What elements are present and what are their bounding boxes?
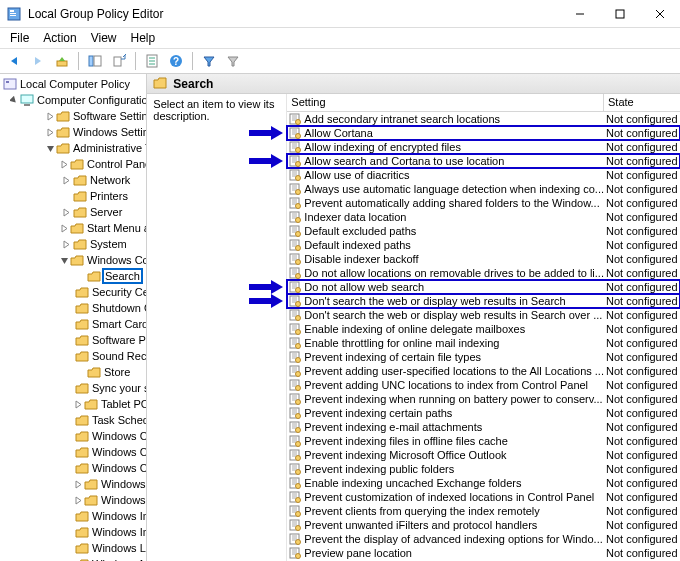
tree-node[interactable]: Software Protection Platform [0, 332, 146, 348]
tree-node[interactable]: Tablet PC [0, 396, 146, 412]
minimize-button[interactable] [560, 0, 600, 28]
help-button[interactable]: ? [166, 51, 186, 71]
setting-row[interactable]: Prevent indexing when running on battery… [287, 392, 680, 406]
tree-root[interactable]: Local Computer Policy [0, 76, 146, 92]
setting-row[interactable]: Default excluded pathsNot configured [287, 224, 680, 238]
tree-node[interactable]: Start Menu and Taskbar [0, 220, 146, 236]
expand-icon[interactable] [74, 478, 83, 490]
tree-node[interactable]: Software Settings [0, 108, 146, 124]
menu-help[interactable]: Help [125, 29, 162, 47]
setting-label: Enable throttling for online mail indexi… [304, 337, 499, 349]
setting-row[interactable]: Allow indexing of encrypted filesNot con… [287, 140, 680, 154]
tree-node[interactable]: System [0, 236, 146, 252]
list-header[interactable]: Setting State [287, 94, 680, 112]
setting-row[interactable]: Prevent indexing certain pathsNot config… [287, 406, 680, 420]
menu-file[interactable]: File [4, 29, 35, 47]
expand-icon[interactable] [46, 110, 55, 122]
tree-node[interactable]: Search [0, 268, 146, 284]
back-button[interactable] [4, 51, 24, 71]
tree-node[interactable]: Shutdown Options [0, 300, 146, 316]
collapse-icon[interactable] [46, 142, 55, 154]
setting-row[interactable]: Prevent customization of indexed locatio… [287, 490, 680, 504]
setting-row[interactable]: Enable indexing of online delegate mailb… [287, 322, 680, 336]
refresh-button[interactable] [142, 51, 162, 71]
tree-node[interactable]: Windows Logon Options [0, 540, 146, 556]
setting-row[interactable]: Do not allow locations on removable driv… [287, 266, 680, 280]
tree-node[interactable]: Control Panel [0, 156, 146, 172]
tree-node[interactable]: Windows Error Reporting [0, 492, 146, 508]
setting-label: Indexer data location [304, 211, 406, 223]
setting-row[interactable]: Prevent indexing e-mail attachmentsNot c… [287, 420, 680, 434]
setting-row[interactable]: Prevent automatically adding shared fold… [287, 196, 680, 210]
tree-node[interactable]: Sync your settings [0, 380, 146, 396]
tree-node[interactable]: Printers [0, 188, 146, 204]
setting-row[interactable]: Prevent adding user-specified locations … [287, 364, 680, 378]
expand-icon[interactable] [74, 494, 83, 506]
tree-pane[interactable]: Local Computer Policy Computer Configura… [0, 74, 147, 561]
expand-icon[interactable] [60, 206, 72, 218]
expand-icon[interactable] [60, 174, 72, 186]
setting-row[interactable]: Default indexed pathsNot configured [287, 238, 680, 252]
tree-node[interactable]: Windows Color System [0, 444, 146, 460]
setting-row[interactable]: Prevent clients from querying the index … [287, 504, 680, 518]
tree-node[interactable]: Sound Recorder [0, 348, 146, 364]
export-list-button[interactable] [109, 51, 129, 71]
forward-button[interactable] [28, 51, 48, 71]
menu-view[interactable]: View [85, 29, 123, 47]
setting-row[interactable]: Prevent indexing files in offline files … [287, 434, 680, 448]
setting-row[interactable]: Add secondary intranet search locationsN… [287, 112, 680, 126]
setting-row[interactable]: Enable indexing uncached Exchange folder… [287, 476, 680, 490]
setting-row[interactable]: Disable indexer backoffNot configured [287, 252, 680, 266]
setting-row[interactable]: Do not allow web searchNot configured [287, 280, 680, 294]
tree-node[interactable]: Server [0, 204, 146, 220]
tree-node[interactable]: Windows Ink Workspace [0, 508, 146, 524]
filter-button[interactable] [199, 51, 219, 71]
tree-node[interactable]: Smart Card [0, 316, 146, 332]
expand-icon[interactable] [60, 238, 72, 250]
column-state[interactable]: State [604, 94, 680, 111]
setting-row[interactable]: Prevent indexing of certain file typesNo… [287, 350, 680, 364]
tree-node[interactable]: Administrative Templates [0, 140, 146, 156]
tree-node[interactable]: Windows Customer Experience Impr [0, 460, 146, 476]
tree-node[interactable]: Windows Calendar [0, 428, 146, 444]
maximize-button[interactable] [600, 0, 640, 28]
setting-row[interactable]: Prevent adding UNC locations to index fr… [287, 378, 680, 392]
expand-icon[interactable] [46, 126, 55, 138]
tree-node[interactable]: Windows Defender [0, 476, 146, 492]
setting-row[interactable]: Preview pane locationNot configured [287, 546, 680, 560]
tree-node[interactable]: Task Scheduler [0, 412, 146, 428]
setting-row[interactable]: Indexer data locationNot configured [287, 210, 680, 224]
expand-icon[interactable] [74, 398, 83, 410]
setting-row[interactable]: Allow use of diacriticsNot configured [287, 168, 680, 182]
folder-icon [75, 542, 89, 554]
tree-node[interactable]: Store [0, 364, 146, 380]
settings-list[interactable]: Setting State Add secondary intranet sea… [287, 94, 680, 561]
tree-computer-configuration[interactable]: Computer Configuration [0, 92, 146, 108]
tree-node[interactable]: Windows Settings [0, 124, 146, 140]
tree-node[interactable]: Security Center [0, 284, 146, 300]
expand-icon[interactable] [60, 158, 69, 170]
setting-row[interactable]: Always use automatic language detection … [287, 182, 680, 196]
filter-options-button[interactable] [223, 51, 243, 71]
menu-action[interactable]: Action [37, 29, 82, 47]
show-hide-tree-button[interactable] [85, 51, 105, 71]
expand-icon[interactable] [60, 222, 69, 234]
close-button[interactable] [640, 0, 680, 28]
setting-row[interactable]: Enable throttling for online mail indexi… [287, 336, 680, 350]
setting-row[interactable]: Prevent unwanted iFilters and protocol h… [287, 518, 680, 532]
setting-row[interactable]: Don't search the web or display web resu… [287, 294, 680, 308]
collapse-icon[interactable] [60, 254, 69, 266]
setting-row[interactable]: Prevent indexing Microsoft Office Outloo… [287, 448, 680, 462]
setting-row[interactable]: Don't search the web or display web resu… [287, 308, 680, 322]
setting-row[interactable]: Prevent the display of advanced indexing… [287, 532, 680, 546]
tree-node[interactable]: Windows Mail [0, 556, 146, 561]
setting-row[interactable]: Allow CortanaNot configured [287, 126, 680, 140]
tree-node[interactable]: Windows Components [0, 252, 146, 268]
expand-icon[interactable] [10, 94, 19, 106]
column-setting[interactable]: Setting [287, 94, 604, 111]
tree-node[interactable]: Network [0, 172, 146, 188]
setting-row[interactable]: Prevent indexing public foldersNot confi… [287, 462, 680, 476]
up-button[interactable] [52, 51, 72, 71]
tree-node[interactable]: Windows Installer [0, 524, 146, 540]
setting-row[interactable]: Allow search and Cortana to use location… [287, 154, 680, 168]
